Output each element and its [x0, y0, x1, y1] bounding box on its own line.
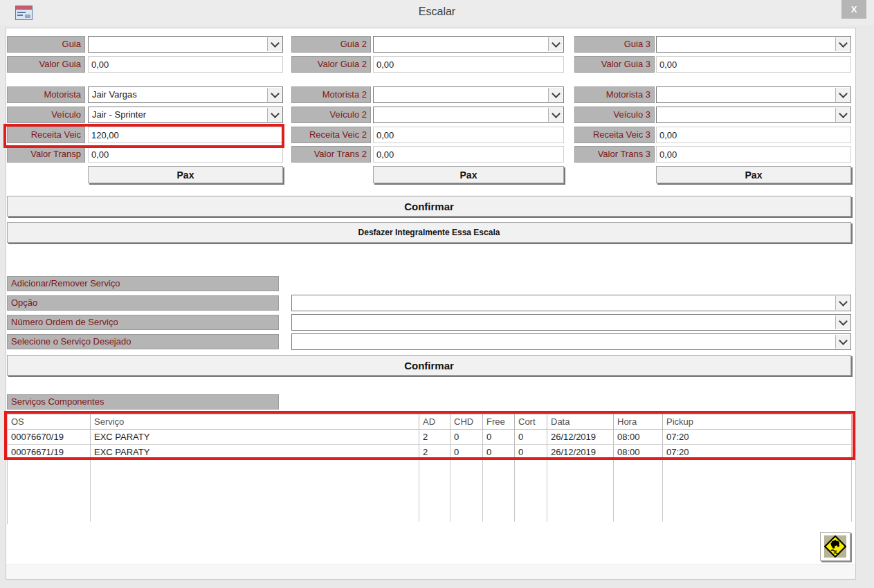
- chevron-down-icon[interactable]: [548, 88, 563, 102]
- col-header-hora: Hora: [614, 414, 663, 430]
- table-row-cell[interactable]: 08:00: [614, 445, 663, 460]
- chevron-down-icon[interactable]: [548, 108, 563, 122]
- table-row-cell[interactable]: 26/12/2019: [547, 430, 614, 445]
- title-bar: Escalar X: [0, 0, 874, 25]
- table-row-cell[interactable]: 07:20: [663, 430, 852, 445]
- table-row-cell[interactable]: 07:20: [663, 445, 852, 460]
- close-icon[interactable]: X: [841, 0, 866, 19]
- col-header-pickup: Pickup: [663, 414, 852, 430]
- pax-button-2[interactable]: Pax: [373, 166, 564, 183]
- receita-veic3-input[interactable]: [656, 127, 851, 143]
- chevron-down-icon[interactable]: [835, 88, 850, 102]
- opcao-label: Opção: [7, 295, 279, 311]
- chevron-down-icon[interactable]: [267, 37, 282, 51]
- col-header-free: Free: [483, 414, 515, 430]
- pax-button-3[interactable]: Pax: [656, 166, 851, 183]
- guia2-select[interactable]: [373, 36, 564, 53]
- escalar-window: Escalar X Guia Valor Guia Motorista Jair…: [0, 0, 874, 588]
- valor-guia3-input[interactable]: [656, 56, 851, 73]
- col-header-os: OS: [8, 414, 91, 430]
- chevron-down-icon[interactable]: [267, 108, 282, 122]
- numero-os-label: Número Ordem de Serviço: [7, 315, 279, 330]
- motorista3-label: Motorista 3: [574, 86, 655, 103]
- form-footer: [6, 564, 855, 579]
- valor-transp-input[interactable]: [88, 146, 283, 163]
- veiculo2-label: Veículo 2: [291, 107, 371, 123]
- chevron-down-icon[interactable]: [835, 108, 850, 122]
- pax-button-1[interactable]: Pax: [88, 166, 283, 183]
- confirmar-servico-button[interactable]: Confirmar: [7, 355, 851, 376]
- servicos-componentes-table: OS Serviço AD CHD Free Cort Data Hora Pi…: [7, 414, 851, 524]
- valor-trans2-input[interactable]: [373, 146, 564, 163]
- chevron-down-icon[interactable]: [835, 315, 850, 329]
- table-row-cell[interactable]: 2: [419, 445, 450, 460]
- motorista2-label: Motorista 2: [291, 86, 371, 103]
- chevron-down-icon[interactable]: [548, 37, 563, 51]
- col-header-chd: CHD: [450, 414, 483, 430]
- receita-veic3-label: Receita Veic 3: [574, 127, 655, 143]
- valor-guia-input[interactable]: [88, 56, 283, 73]
- table-row-cell[interactable]: 26/12/2019: [547, 445, 614, 460]
- numero-os-select[interactable]: [291, 314, 851, 331]
- chevron-down-icon[interactable]: [267, 88, 282, 102]
- selecione-servico-label: Selecione o Serviço Desejado: [7, 334, 279, 349]
- servicos-componentes-label: Serviços Componentes: [7, 394, 279, 410]
- table-row-cell[interactable]: EXC PARATY: [91, 445, 419, 460]
- table-row-cell[interactable]: 00076670/19: [8, 430, 91, 445]
- guia3-select[interactable]: [656, 36, 851, 53]
- table-row-cell[interactable]: 0: [515, 430, 547, 445]
- slippery-road-sign-icon: [824, 535, 846, 558]
- motorista-label: Motorista: [7, 86, 85, 103]
- selecione-servico-select[interactable]: [291, 333, 851, 350]
- veiculo3-label: Veículo 3: [574, 107, 655, 123]
- receita-veic2-input[interactable]: [373, 127, 564, 143]
- guia-select[interactable]: [88, 36, 283, 53]
- table-row-cell[interactable]: 0: [483, 430, 515, 445]
- table-row-cell[interactable]: EXC PARATY: [91, 430, 419, 445]
- table-row-cell[interactable]: 0: [483, 445, 515, 460]
- slippery-road-sign-button[interactable]: [820, 532, 850, 561]
- veiculo-select[interactable]: Jair - Sprinter: [88, 107, 283, 123]
- table-row-cell[interactable]: 08:00: [614, 430, 663, 445]
- table-row-cell[interactable]: 0: [515, 445, 547, 460]
- valor-guia-label: Valor Guia: [7, 56, 85, 73]
- motorista2-select[interactable]: [373, 86, 564, 103]
- receita-veic-input[interactable]: [88, 127, 283, 143]
- window-title: Escalar: [0, 6, 874, 18]
- col-header-servico: Serviço: [91, 414, 419, 430]
- add-remove-service-label: Adicionar/Remover Serviço: [7, 276, 279, 291]
- confirmar-button[interactable]: Confirmar: [7, 196, 851, 217]
- receita-veic-label: Receita Veic: [7, 127, 85, 143]
- table-row-cell[interactable]: 0: [450, 430, 483, 445]
- col-header-ad: AD: [419, 414, 450, 430]
- valor-guia2-input[interactable]: [373, 56, 564, 73]
- guia3-label: Guia 3: [574, 36, 655, 53]
- chevron-down-icon[interactable]: [835, 37, 850, 51]
- chevron-down-icon[interactable]: [835, 296, 850, 310]
- valor-trans3-label: Valor Trans 3: [574, 146, 655, 163]
- valor-guia2-label: Valor Guia 2: [291, 56, 371, 73]
- motorista-select[interactable]: Jair Vargas: [88, 86, 283, 103]
- desfazer-escala-button[interactable]: Desfazer Integralmente Essa Escala: [7, 222, 851, 243]
- table-row-cell[interactable]: 0: [450, 445, 483, 460]
- valor-trans3-input[interactable]: [656, 146, 851, 163]
- receita-veic2-label: Receita Veic 2: [291, 127, 371, 143]
- guia-label: Guia: [7, 36, 85, 53]
- table-row-cell[interactable]: 2: [419, 430, 450, 445]
- veiculo-label: Veículo: [7, 107, 85, 123]
- valor-transp-label: Valor Transp: [7, 146, 85, 163]
- guia2-label: Guia 2: [291, 36, 371, 53]
- chevron-down-icon[interactable]: [835, 335, 850, 349]
- veiculo3-select[interactable]: [656, 107, 851, 123]
- col-header-cort: Cort: [515, 414, 547, 430]
- col-header-data: Data: [547, 414, 614, 430]
- valor-guia3-label: Valor Guia 3: [574, 56, 655, 73]
- table-row-cell[interactable]: 00076671/19: [8, 445, 91, 460]
- veiculo2-select[interactable]: [373, 107, 564, 123]
- motorista3-select[interactable]: [656, 86, 851, 103]
- opcao-select[interactable]: [291, 295, 851, 311]
- valor-trans2-label: Valor Trans 2: [291, 146, 371, 163]
